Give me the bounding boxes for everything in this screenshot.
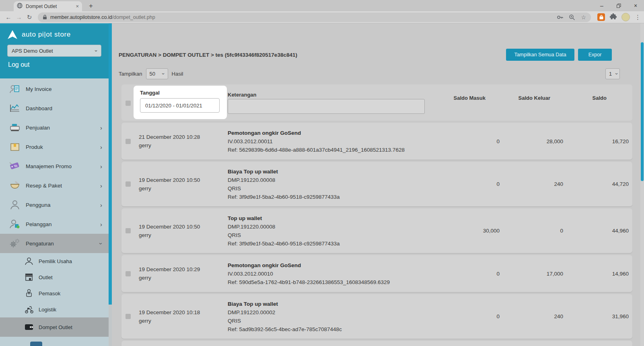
row-description-cell: Pemotongan ongkir GoSendIV.003.2012.0001… [228, 261, 443, 286]
saldo-keluar-value: 0 [500, 228, 563, 234]
row-description-cell: Pemotongan ongkir GoSendIV.003.2012.0001… [228, 129, 443, 154]
lock-icon [43, 14, 47, 20]
row-checkbox[interactable] [121, 139, 139, 144]
select-all-checkbox[interactable] [126, 101, 131, 106]
invoice-icon [9, 83, 21, 95]
per-page-suffix: Hasil [172, 71, 183, 77]
new-tab-button[interactable]: + [86, 1, 96, 11]
table-row[interactable]: 19 December 2020 10:29gerryPemotongan on… [121, 255, 632, 292]
saldo-masuk-value: 0 [443, 271, 500, 277]
sidebar-item-penjualan[interactable]: Penjualan› [0, 118, 109, 137]
restore-button[interactable] [610, 0, 627, 11]
settings-icon [9, 237, 21, 249]
row-description-cell: Top up walletDMP.191220.00008QRISRef: 3f… [228, 214, 443, 248]
row-checkbox[interactable] [121, 181, 139, 187]
per-page-control: Tampilkan 50 › Hasil [119, 68, 183, 79]
profile-avatar[interactable] [621, 13, 630, 21]
show-all-data-button[interactable]: Tampilkan Semua Data [506, 49, 574, 61]
sidebar-item-label: Penjualan [26, 125, 100, 131]
saldo-value: 44,720 [563, 181, 632, 187]
row-date: 19 December 2020 10:29 [139, 265, 228, 274]
row-description-cell: Biaya Top up walletDMP.191220.00002QRISR… [228, 300, 443, 334]
row-detail: Ref: 3f9d9e1f-5ba2-4b60-9518-c9259877433… [228, 239, 443, 248]
browser-menu-icon[interactable]: ⋮ [635, 14, 641, 21]
row-user: gerry [139, 231, 228, 239]
row-detail: QRIS [228, 184, 443, 193]
shopping-extension-icon[interactable] [597, 13, 605, 21]
sidebar-item-my-invoice[interactable]: My Invoice [0, 79, 109, 99]
logistics-icon [24, 305, 34, 314]
zoom-icon[interactable] [569, 14, 575, 21]
table-row[interactable]: 19 December 2020 10:18gerryBiaya Top up … [121, 294, 632, 339]
product-icon [9, 141, 21, 153]
export-button[interactable]: Expor [578, 49, 612, 61]
logout-link[interactable]: Log out [0, 57, 109, 68]
row-detail: QRIS [228, 231, 443, 239]
table-row[interactable]: 19 December 2020 10:50gerryBiaya Top up … [121, 162, 632, 206]
sidebar-scrollbar[interactable] [109, 23, 112, 346]
sidebar-subitem-dompet-outlet[interactable]: Dompet Outlet [0, 317, 109, 337]
sidebar-item-resep-paket[interactable]: Resep & Paket› [0, 176, 109, 195]
row-title: Biaya Top up wallet [228, 300, 443, 308]
sidebar-item-manajemen-promo[interactable]: %Manajemen Promo› [0, 157, 109, 176]
sidebar-item-pengaturan[interactable]: Pengaturan› [0, 234, 109, 253]
row-detail: IV.003.2012.00011 [228, 137, 443, 146]
row-detail: DMP.191220.00008 [228, 176, 443, 184]
back-icon[interactable]: ← [3, 14, 14, 21]
owner-icon [24, 256, 34, 266]
page-select[interactable]: 1 › [605, 68, 620, 79]
tanggal-filter-input[interactable]: 01/12/2020 - 01/01/2021 [140, 98, 220, 113]
row-checkbox[interactable] [121, 314, 139, 319]
chevron-right-icon: › [100, 183, 102, 189]
row-date: 19 December 2020 10:50 [139, 176, 228, 184]
sidebar-item-pelanggan[interactable]: Pelanggan› [0, 214, 109, 234]
bookmark-star-icon[interactable]: ☆ [581, 14, 586, 21]
partial-menu-icon [30, 342, 42, 346]
keterangan-filter-input[interactable] [228, 99, 425, 114]
row-detail: QRIS [228, 317, 443, 325]
key-icon[interactable] [557, 14, 563, 21]
row-checkbox[interactable] [121, 271, 139, 276]
customer-icon [9, 218, 21, 230]
page-scrollbar-thumb[interactable] [641, 42, 644, 181]
table-row[interactable]: 21 December 2020 10:28gerryPemotongan on… [121, 123, 632, 160]
extensions-puzzle-icon[interactable] [610, 13, 617, 21]
user-icon [9, 199, 21, 211]
browser-tab[interactable]: Dompet Outlet × [14, 1, 82, 11]
forward-icon[interactable]: → [14, 14, 24, 21]
minimize-button[interactable]: – [593, 0, 610, 11]
url-path: /dompet_outlet.php [112, 14, 155, 20]
sidebar-subitem-outlet[interactable]: Outlet [0, 269, 109, 285]
sidebar-item-dashboard[interactable]: Dashboard [0, 99, 109, 118]
url-domain: member.autopilotstore.co.id [50, 14, 112, 20]
sidebar-scrollbar-thumb[interactable] [109, 23, 112, 305]
tab-close-icon[interactable]: × [76, 3, 79, 9]
tanggal-header: Tanggal [140, 90, 227, 96]
chevron-right-icon: › [100, 221, 102, 227]
table-row-partial[interactable] [121, 341, 632, 346]
outlet-select[interactable]: APS Demo Outlet › [7, 45, 101, 57]
table-row[interactable]: 19 December 2020 10:50gerryTop up wallet… [121, 208, 632, 253]
chevron-right-icon: › [100, 125, 102, 131]
page-scrollbar[interactable] [640, 23, 644, 346]
sidebar-item-pengguna[interactable]: Pengguna› [0, 195, 109, 214]
sidebar-subitem-label: Dompet Outlet [39, 324, 72, 330]
sidebar-item-label: Pengaturan [26, 241, 100, 247]
sidebar-item-produk[interactable]: Produk› [0, 137, 109, 157]
saldo-masuk-header: Saldo Masuk [429, 95, 486, 101]
sales-icon [9, 122, 21, 134]
chevron-down-icon: › [98, 243, 104, 245]
sidebar-item-label: Dashboard [26, 105, 102, 111]
reload-icon[interactable]: ↻ [24, 14, 35, 21]
sidebar-subitem-label: Outlet [39, 274, 53, 280]
per-page-select[interactable]: 50 › [146, 68, 168, 79]
sidebar-subitem-pemilik-usaha[interactable]: Pemilik Usaha [0, 253, 109, 269]
brand-name: auto pi|ot store [22, 31, 71, 39]
saldo-value: 44,960 [563, 228, 632, 234]
sidebar-subitem-pemasok[interactable]: Pemasok [0, 285, 109, 301]
row-title: Pemotongan ongkir GoSend [228, 261, 443, 270]
address-bar[interactable]: member.autopilotstore.co.id /dompet_outl… [38, 12, 591, 22]
close-button[interactable]: × [627, 0, 644, 11]
sidebar-subitem-logistik[interactable]: Logistik [0, 301, 109, 317]
row-checkbox[interactable] [121, 228, 139, 233]
